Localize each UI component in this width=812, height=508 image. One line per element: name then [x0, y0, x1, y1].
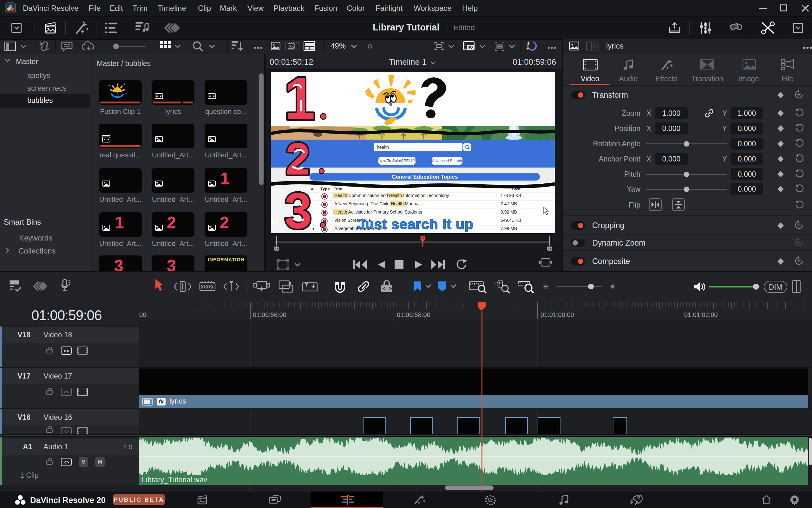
svg-text:health: health [377, 145, 389, 150]
svg-text:3: 3 [284, 182, 312, 233]
svg-text:A New Beginning: The Child Hea: A New Beginning: The Child Health Manual [334, 201, 419, 206]
svg-text:5: 5 [312, 226, 314, 231]
svg-text:2: 2 [286, 133, 310, 184]
svg-text:Type: Type [320, 186, 329, 191]
svg-text:2.47 MB: 2.47 MB [500, 201, 517, 206]
svg-text:New To SolarSPELL?: New To SolarSPELL? [378, 159, 415, 163]
svg-text:3.92 MB: 3.92 MB [500, 209, 517, 214]
svg-text:7.98 MB: 7.98 MB [500, 226, 517, 231]
svg-text:Just search it up: Just search it up [357, 216, 473, 232]
svg-text:178.93 KB: 178.93 KB [500, 193, 521, 198]
svg-text:Advanced Search: Advanced Search [432, 159, 462, 163]
svg-text:General Education Topics: General Education Topics [392, 174, 458, 180]
svg-text:Title: Title [334, 186, 342, 191]
svg-text:HQ: HQ [467, 45, 473, 49]
svg-text:549.41 KB: 549.41 KB [500, 218, 521, 223]
svg-text:1: 1 [284, 72, 315, 132]
svg-text:Health Communication and Healt: Health Communication and Health Informat… [334, 193, 449, 198]
svg-text:Health Activities for Primary: Health Activities for Primary School Stu… [334, 209, 422, 214]
